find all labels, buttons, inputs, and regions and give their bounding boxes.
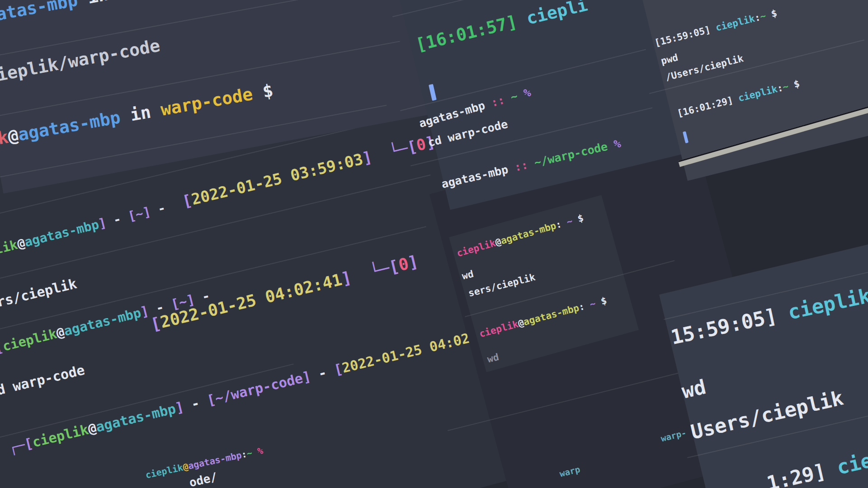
shell-command-pwd-dimmed: wd	[486, 352, 500, 364]
text-segment: $	[251, 80, 275, 103]
shell-command-pwd: wd	[461, 269, 475, 281]
shell-command-pwd: wd	[680, 377, 708, 402]
terminal-collage: lik@agatas-mbp] - [~] - [2022-01-25 03:5…	[0, 0, 868, 488]
